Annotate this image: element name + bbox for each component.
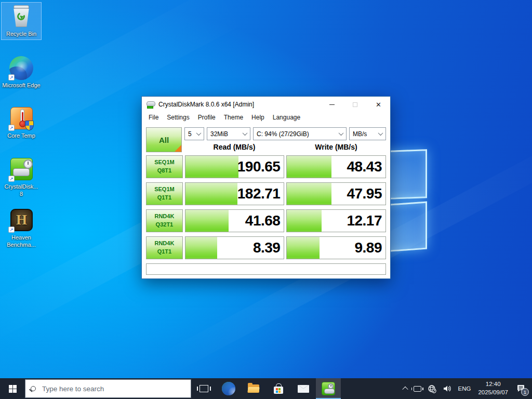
taskbar-mail-button[interactable]	[291, 378, 316, 399]
combo-value: MB/s	[353, 130, 376, 138]
read-result-cell: 190.65	[185, 155, 285, 178]
desktop-icon-crystaldiskmark-8[interactable]: ↗ CrystalDisk...8	[1, 155, 42, 200]
close-button[interactable]: ✕	[367, 97, 390, 112]
microsoft-store-icon	[274, 387, 283, 394]
file-explorer-icon	[248, 384, 259, 393]
test-size-select[interactable]: 32MiB	[207, 127, 250, 140]
target-drive-select[interactable]: C: 94% (27/29GiB)	[253, 127, 347, 140]
menu-bar: File Settings Profile Theme Help Languag…	[142, 112, 390, 125]
test-queue: Q1T1	[157, 248, 172, 256]
menu-help[interactable]: Help	[247, 112, 269, 123]
test-queue: Q1T1	[157, 194, 172, 202]
clock-time: 12:40	[478, 380, 508, 389]
read-result-cell: 182.71	[185, 182, 285, 205]
menu-profile[interactable]: Profile	[194, 112, 220, 123]
volume-tray-button[interactable]	[440, 378, 455, 399]
icon-label: Microsoft Edge	[2, 82, 40, 89]
chevron-down-icon	[339, 130, 344, 136]
icon-label: Core Temp	[7, 132, 35, 140]
caption-buttons: ✕	[320, 97, 390, 112]
shortcut-arrow-icon: ↗	[8, 227, 15, 233]
test-queue: Q32T1	[156, 221, 174, 229]
benchmark-row-rnd4k-q32t1: RND4K Q32T1 41.68 12.17	[146, 209, 386, 232]
edge-icon	[222, 382, 235, 395]
desktop-icon-recycle-bin[interactable]: Recycle Bin	[1, 2, 42, 40]
title-bar[interactable]: CrystalDiskMark 8.0.6 x64 [Admin] ✕	[142, 97, 390, 112]
test-label-button[interactable]: SEQ1M Q8T1	[146, 155, 183, 178]
system-tray: ENG 12:40 2025/09/07 1	[400, 378, 532, 399]
comment-field[interactable]	[146, 263, 386, 275]
chevron-down-icon	[196, 130, 202, 136]
start-button[interactable]	[0, 378, 25, 399]
test-label-button[interactable]: SEQ1M Q1T1	[146, 182, 183, 205]
corner-marker	[175, 145, 181, 152]
window-title: CrystalDiskMark 8.0.6 x64 [Admin]	[158, 101, 254, 108]
desktop-icon-heaven-benchmark[interactable]: H ↗ HeavenBenchma...	[1, 206, 42, 251]
action-center-button[interactable]: 1	[512, 378, 532, 399]
menu-language[interactable]: Language	[269, 112, 304, 123]
desktop-wallpaper: Recycle Bin ↗ Microsoft Edge ↗ Core Temp	[0, 0, 532, 399]
test-label-button[interactable]: RND4K Q1T1	[146, 236, 183, 259]
window-content: All 5 32MiB C: 94% (27/	[142, 125, 390, 275]
taskbar-clock[interactable]: 12:40 2025/09/07	[474, 380, 512, 396]
result-bar	[287, 183, 331, 205]
result-bar	[185, 237, 217, 259]
crystaldiskmark-icon: ↗	[8, 157, 34, 182]
test-count-select[interactable]: 5	[184, 127, 204, 140]
write-result-cell: 47.95	[286, 182, 386, 205]
stopwatch-icon	[23, 159, 33, 169]
read-value: 41.68	[245, 212, 281, 229]
all-button-label: All	[159, 136, 169, 144]
icon-label: CrystalDisk...8	[5, 183, 38, 198]
bin-rim	[14, 5, 29, 9]
notification-badge: 1	[521, 388, 529, 396]
uac-shield-icon	[25, 121, 34, 130]
taskbar-file-explorer-button[interactable]	[241, 378, 266, 399]
desktop-icon-microsoft-edge[interactable]: ↗ Microsoft Edge	[1, 54, 42, 91]
crystaldiskmark-window: CrystalDiskMark 8.0.6 x64 [Admin] ✕ File…	[141, 96, 391, 279]
menu-theme[interactable]: Theme	[220, 112, 247, 123]
task-view-button[interactable]	[191, 378, 216, 399]
benchmark-row-seq1m-q8t1: SEQ1M Q8T1 190.65 48.43	[146, 155, 386, 178]
test-label-button[interactable]: RND4K Q32T1	[146, 209, 183, 232]
controls-right: 5 32MiB C: 94% (27/29GiB) MB/s	[184, 127, 386, 152]
write-value: 12.17	[347, 212, 382, 229]
taskbar-crystaldiskmark-button[interactable]	[316, 378, 341, 399]
benchmark-row-rnd4k-q1t1: RND4K Q1T1 8.39 9.89	[146, 236, 386, 259]
write-value: 47.95	[347, 185, 382, 202]
menu-file[interactable]: File	[144, 112, 163, 123]
shortcut-arrow-icon: ↗	[8, 125, 15, 131]
test-name: SEQ1M	[154, 158, 175, 167]
taskbar-store-button[interactable]	[266, 378, 291, 399]
all-test-button[interactable]: All	[146, 127, 182, 152]
language-label: ENG	[458, 385, 471, 392]
network-tray-button[interactable]	[424, 378, 440, 399]
desktop-icon-core-temp[interactable]: ↗ Core Temp	[1, 104, 42, 142]
clock-date: 2025/09/07	[478, 389, 508, 397]
shortcut-arrow-icon: ↗	[8, 74, 15, 81]
write-value: 48.43	[347, 158, 382, 175]
column-headers: Read (MB/s) Write (MB/s)	[184, 140, 386, 152]
mail-icon	[298, 385, 309, 393]
taskbar-search-box[interactable]	[25, 379, 191, 398]
minimize-button[interactable]	[320, 97, 343, 112]
write-result-cell: 48.43	[286, 155, 386, 178]
read-result-cell: 8.39	[185, 236, 285, 259]
read-column-header: Read (MB/s)	[184, 143, 284, 152]
recycle-bin-icon	[8, 4, 34, 29]
search-input[interactable]	[42, 385, 185, 393]
show-hidden-icons-button[interactable]	[400, 378, 410, 399]
maximize-icon	[353, 102, 357, 107]
taskbar-edge-button[interactable]	[216, 378, 241, 399]
unit-select[interactable]: MB/s	[349, 127, 386, 140]
close-icon: ✕	[376, 101, 381, 108]
display-tray-button[interactable]	[410, 378, 424, 399]
menu-settings[interactable]: Settings	[163, 112, 193, 123]
maximize-button[interactable]	[343, 97, 367, 112]
windows-logo-icon	[9, 385, 17, 393]
shortcut-arrow-icon: ↗	[8, 176, 15, 182]
read-result-cell: 41.68	[185, 209, 285, 232]
result-bar	[287, 237, 320, 259]
language-indicator[interactable]: ENG	[455, 378, 474, 399]
write-result-cell: 9.89	[286, 236, 386, 259]
